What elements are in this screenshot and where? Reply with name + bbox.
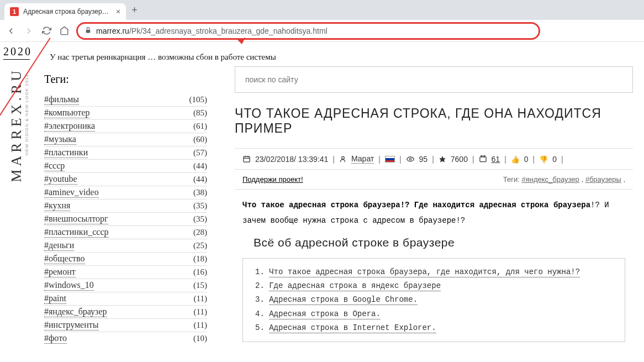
meta-video[interactable]: 61 (492, 155, 500, 164)
tag-item: #общество(18) (44, 252, 207, 265)
tag-link[interactable]: #кухня (44, 201, 70, 211)
tag-count: (60) (193, 135, 207, 144)
browser-tab[interactable]: 1 Адресная строка браузера где × (4, 3, 126, 20)
tag-link[interactable]: #фильмы (44, 95, 79, 105)
thumb-up-icon[interactable] (511, 155, 520, 164)
toc-list: Что такое адресная строка браузера, где … (252, 265, 616, 335)
tag-link[interactable]: #инструменты (44, 320, 99, 330)
tag-item: #youtube(44) (44, 172, 207, 186)
tabs-row: 1 Адресная строка браузера где × + (0, 0, 644, 20)
tag-link[interactable]: #youtube (44, 174, 77, 185)
tag-link[interactable]: #ссср (44, 161, 65, 171)
tag-item: #paint(11) (44, 292, 207, 305)
video-icon (479, 155, 487, 163)
tag-count: (15) (193, 281, 207, 290)
svg-point-7 (409, 158, 411, 160)
tag-link[interactable]: #компьютер (44, 108, 89, 118)
brand-name: MARREX.RU (8, 67, 25, 182)
close-icon[interactable]: × (116, 7, 120, 16)
nav-row: marrex.ru/Pk/34_adresnaya_stroka_brauzer… (0, 20, 644, 42)
svg-rect-2 (244, 156, 250, 162)
tag-link[interactable]: #музыка (44, 134, 76, 145)
tag-link[interactable]: #фото (44, 333, 67, 344)
new-tab-button[interactable]: + (126, 4, 143, 16)
tag-item: #пластинки_ссср(28) (44, 225, 207, 239)
toc-link[interactable]: Что такое адресная строка браузера, где … (269, 267, 580, 277)
site-banner: У нас третья реинкарнация … возможны сбо… (50, 53, 276, 62)
eye-icon (406, 155, 415, 163)
tag-link[interactable]: #яндекс_браузер (44, 307, 107, 317)
tag-link[interactable]: #пластинки_ссср (44, 227, 109, 238)
thumb-down-icon[interactable] (539, 155, 548, 164)
tag-link[interactable]: #деньги (44, 240, 74, 251)
tag-item: #фильмы(105) (44, 93, 207, 106)
tag-item: #электроника(61) (44, 119, 207, 133)
star-icon (439, 155, 446, 163)
tag-link[interactable]: #пластинки (44, 148, 88, 158)
browser-chrome: 1 Адресная строка браузера где × + marre… (0, 0, 644, 42)
brand-column: 2020 MARREX.RU NEW DISIGN & NEW LOOK 201… (0, 44, 33, 345)
tag-item: #внешпосылторг(35) (44, 212, 207, 225)
reload-button[interactable] (41, 25, 52, 36)
brand-subtitle: NEW DISIGN & NEW LOOK 2013 (24, 74, 29, 155)
search-box (235, 66, 633, 93)
article-tag-1[interactable]: #браузеры (585, 175, 621, 183)
meta-down: 0 (552, 155, 557, 164)
toc-item: Что такое адресная строка браузера, где … (255, 265, 616, 279)
page-content: 2020 MARREX.RU NEW DISIGN & NEW LOOK 201… (0, 42, 644, 345)
article-tag-0[interactable]: #яндекс_браузер (521, 175, 579, 183)
tag-link[interactable]: #общество (44, 254, 85, 264)
tags-title: Теги: (44, 73, 207, 86)
toc-item: Адресная строка в Google Chrome. (255, 293, 616, 307)
meta-up: 0 (524, 155, 529, 164)
tag-item: #яндекс_браузер(11) (44, 305, 207, 318)
tag-count: (35) (193, 214, 207, 224)
tag-link[interactable]: #электроника (44, 121, 95, 132)
svg-point-6 (342, 156, 345, 159)
tag-count: (38) (193, 188, 207, 197)
calendar-icon (242, 155, 251, 163)
tag-count: (10) (193, 334, 207, 343)
toc-item: Адресная строка в Opera. (255, 307, 616, 321)
forward-button[interactable] (23, 25, 34, 36)
brand-year: 2020 (3, 44, 30, 60)
tag-count: (11) (194, 321, 207, 330)
address-bar[interactable]: marrex.ru/Pk/34_adresnaya_stroka_brauzer… (76, 22, 540, 40)
sidebar: 2020 MARREX.RU NEW DISIGN & NEW LOOK 201… (0, 44, 218, 345)
tag-link[interactable]: #aminev_video (44, 187, 99, 198)
toc-item: Где адресная строка в яндекс браузере (255, 279, 616, 293)
tag-count: (35) (193, 201, 207, 211)
tag-link[interactable]: #paint (44, 293, 66, 304)
page-title: ЧТО ТАКОЕ АДРЕСНАЯ СТРОКА, ГДЕ ОНА НАХОД… (235, 106, 633, 136)
tag-list: #фильмы(105)#компьютер(85)#электроника(6… (44, 93, 207, 345)
meta-row: 23/02/2018/ 13:39:41 | Марат | | 95 | 76… (235, 148, 633, 170)
support-link[interactable]: Поддержи проект! (242, 175, 303, 183)
tag-count: (85) (193, 108, 207, 118)
toc-link[interactable]: Адресная строка в Google Chrome. (269, 295, 418, 305)
back-button[interactable] (6, 25, 17, 36)
search-input[interactable] (245, 75, 622, 84)
url-text: marrex.ru/Pk/34_adresnaya_stroka_brauzer… (96, 27, 328, 35)
toc-link[interactable]: Адресная строка в Internet Explorer. (269, 323, 436, 333)
meta-author[interactable]: Марат (351, 154, 374, 164)
tags-column: У нас третья реинкарнация … возможны сбо… (33, 44, 218, 345)
support-row: Поддержи проект! Теги: #яндекс_браузер ,… (235, 170, 633, 190)
tag-link[interactable]: #windows_10 (44, 280, 94, 291)
flag-ru-icon (385, 156, 395, 162)
tag-count: (16) (193, 267, 207, 277)
svg-point-11 (483, 155, 485, 157)
tag-link[interactable]: #ремонт (44, 267, 76, 277)
tag-item: #кухня(35) (44, 199, 207, 212)
tag-item: #ссср(44) (44, 159, 207, 172)
svg-rect-0 (86, 29, 91, 32)
tag-count: (57) (193, 148, 207, 158)
home-button[interactable] (59, 25, 70, 36)
tag-link[interactable]: #внешпосылторг (44, 214, 108, 224)
toc-link[interactable]: Адресная строка в Opera. (269, 309, 381, 319)
toc-link[interactable]: Где адресная строка в яндекс браузере (269, 281, 441, 291)
toc-box: Что такое адресная строка браузера, где … (242, 258, 625, 342)
tag-count: (105) (189, 95, 208, 104)
main-content: ЧТО ТАКОЕ АДРЕСНАЯ СТРОКА, ГДЕ ОНА НАХОД… (218, 44, 644, 345)
tag-count: (11) (194, 294, 207, 303)
tag-item: #деньги(25) (44, 239, 207, 252)
